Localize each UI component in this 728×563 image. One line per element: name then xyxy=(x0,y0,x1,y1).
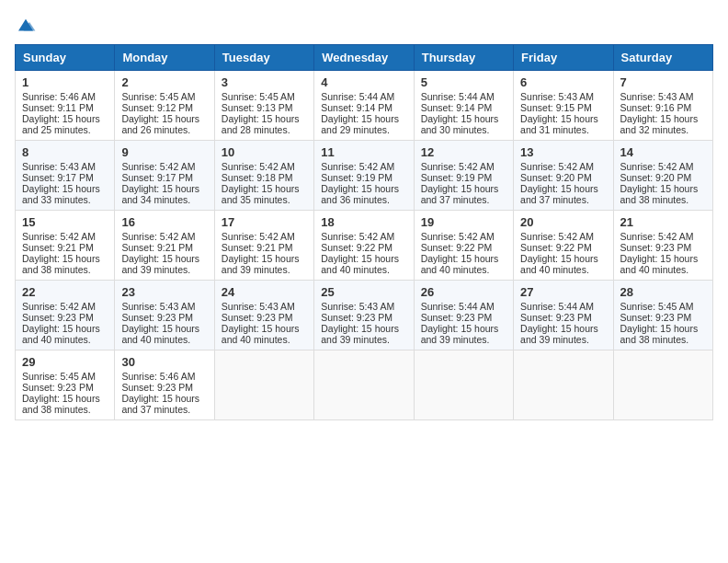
day-number: 7 xyxy=(620,75,706,89)
table-row: 30Sunrise: 5:46 AMSunset: 9:23 PMDayligh… xyxy=(115,350,214,420)
day-info: Sunrise: 5:43 AM xyxy=(22,161,108,172)
day-info: Sunrise: 5:45 AM xyxy=(22,371,108,382)
day-info: Sunset: 9:23 PM xyxy=(321,312,406,323)
day-info: Sunrise: 5:45 AM xyxy=(620,301,706,312)
day-info: Sunrise: 5:42 AM xyxy=(121,231,207,242)
day-info: Sunset: 9:14 PM xyxy=(321,102,406,113)
day-number: 6 xyxy=(520,75,606,89)
table-row: 1Sunrise: 5:46 AMSunset: 9:11 PMDaylight… xyxy=(16,71,115,141)
table-row xyxy=(613,350,712,420)
day-number: 19 xyxy=(421,215,506,229)
day-info: Sunset: 9:23 PM xyxy=(121,312,207,323)
day-number: 16 xyxy=(121,215,207,229)
day-info: Daylight: 15 hours xyxy=(421,253,506,264)
day-info: and 40 minutes. xyxy=(22,334,108,345)
day-info: Sunset: 9:13 PM xyxy=(222,102,307,113)
day-number: 21 xyxy=(620,215,706,229)
table-row: 6Sunrise: 5:43 AMSunset: 9:15 PMDaylight… xyxy=(514,71,613,141)
day-info: Daylight: 15 hours xyxy=(121,253,207,264)
day-info: Sunset: 9:11 PM xyxy=(22,102,108,113)
day-number: 20 xyxy=(520,215,606,229)
day-number: 14 xyxy=(620,145,706,159)
table-row: 17Sunrise: 5:42 AMSunset: 9:21 PMDayligh… xyxy=(214,211,313,281)
day-info: and 37 minutes. xyxy=(121,404,207,415)
table-row: 14Sunrise: 5:42 AMSunset: 9:20 PMDayligh… xyxy=(613,141,712,211)
weekday-header-thursday: Thursday xyxy=(414,45,513,71)
table-row: 9Sunrise: 5:42 AMSunset: 9:17 PMDaylight… xyxy=(115,141,214,211)
day-info: Sunrise: 5:43 AM xyxy=(222,301,307,312)
day-info: Sunrise: 5:43 AM xyxy=(520,91,606,102)
weekday-header-monday: Monday xyxy=(115,45,214,71)
day-info: and 31 minutes. xyxy=(520,124,606,135)
day-info: Sunrise: 5:42 AM xyxy=(22,301,108,312)
day-info: Daylight: 15 hours xyxy=(22,183,108,194)
day-number: 26 xyxy=(421,285,506,299)
table-row: 3Sunrise: 5:45 AMSunset: 9:13 PMDaylight… xyxy=(214,71,313,141)
table-row: 15Sunrise: 5:42 AMSunset: 9:21 PMDayligh… xyxy=(16,211,115,281)
day-info: Sunset: 9:12 PM xyxy=(121,102,207,113)
day-info: and 33 minutes. xyxy=(22,194,108,205)
day-info: Daylight: 15 hours xyxy=(520,113,606,124)
day-number: 17 xyxy=(222,215,307,229)
day-info: Sunset: 9:23 PM xyxy=(222,312,307,323)
day-number: 30 xyxy=(121,355,207,369)
day-info: and 40 minutes. xyxy=(222,334,307,345)
day-info: Sunrise: 5:44 AM xyxy=(421,301,506,312)
day-info: Sunset: 9:22 PM xyxy=(321,242,406,253)
day-info: Daylight: 15 hours xyxy=(121,183,207,194)
weekday-header-tuesday: Tuesday xyxy=(214,45,313,71)
day-info: Sunrise: 5:42 AM xyxy=(520,231,606,242)
day-info: Sunset: 9:17 PM xyxy=(22,172,108,183)
day-info: and 40 minutes. xyxy=(620,264,706,275)
table-row: 20Sunrise: 5:42 AMSunset: 9:22 PMDayligh… xyxy=(514,211,613,281)
table-row: 5Sunrise: 5:44 AMSunset: 9:14 PMDaylight… xyxy=(414,71,513,141)
day-info: and 25 minutes. xyxy=(22,124,108,135)
day-info: and 36 minutes. xyxy=(321,194,406,205)
day-info: and 39 minutes. xyxy=(421,334,506,345)
day-number: 1 xyxy=(22,75,108,89)
day-info: Sunset: 9:21 PM xyxy=(222,242,307,253)
day-info: Sunset: 9:23 PM xyxy=(22,312,108,323)
day-number: 24 xyxy=(222,285,307,299)
day-info: and 35 minutes. xyxy=(222,194,307,205)
day-info: and 38 minutes. xyxy=(620,334,706,345)
day-info: Sunset: 9:21 PM xyxy=(121,242,207,253)
day-info: Sunrise: 5:44 AM xyxy=(421,91,506,102)
day-info: Sunset: 9:20 PM xyxy=(620,172,706,183)
day-info: Sunset: 9:23 PM xyxy=(620,242,706,253)
day-info: Daylight: 15 hours xyxy=(620,253,706,264)
day-number: 12 xyxy=(421,145,506,159)
day-info: Sunset: 9:17 PM xyxy=(121,172,207,183)
day-info: Sunrise: 5:42 AM xyxy=(421,161,506,172)
weekday-header-saturday: Saturday xyxy=(613,45,712,71)
day-info: Sunrise: 5:46 AM xyxy=(121,371,207,382)
day-number: 15 xyxy=(22,215,108,229)
day-info: and 30 minutes. xyxy=(421,124,506,135)
day-info: Daylight: 15 hours xyxy=(321,253,406,264)
table-row xyxy=(514,350,613,420)
day-info: Daylight: 15 hours xyxy=(222,113,307,124)
weekday-header-sunday: Sunday xyxy=(16,45,115,71)
table-row: 21Sunrise: 5:42 AMSunset: 9:23 PMDayligh… xyxy=(613,211,712,281)
day-info: Daylight: 15 hours xyxy=(321,183,406,194)
day-info: Daylight: 15 hours xyxy=(620,183,706,194)
day-number: 27 xyxy=(520,285,606,299)
day-info: Sunrise: 5:44 AM xyxy=(520,301,606,312)
day-info: and 39 minutes. xyxy=(321,334,406,345)
day-number: 3 xyxy=(222,75,307,89)
day-info: Daylight: 15 hours xyxy=(321,323,406,334)
day-info: Sunrise: 5:46 AM xyxy=(22,91,108,102)
day-info: Sunset: 9:16 PM xyxy=(620,102,706,113)
day-info: Sunrise: 5:42 AM xyxy=(321,231,406,242)
day-number: 28 xyxy=(620,285,706,299)
day-info: Daylight: 15 hours xyxy=(620,113,706,124)
day-number: 25 xyxy=(321,285,406,299)
table-row: 28Sunrise: 5:45 AMSunset: 9:23 PMDayligh… xyxy=(613,281,712,350)
table-row xyxy=(314,350,414,420)
day-info: Sunset: 9:22 PM xyxy=(421,242,506,253)
table-row: 26Sunrise: 5:44 AMSunset: 9:23 PMDayligh… xyxy=(414,281,513,350)
day-number: 29 xyxy=(22,355,108,369)
table-row: 11Sunrise: 5:42 AMSunset: 9:19 PMDayligh… xyxy=(314,141,414,211)
day-info: Daylight: 15 hours xyxy=(321,113,406,124)
day-info: Sunset: 9:14 PM xyxy=(421,102,506,113)
